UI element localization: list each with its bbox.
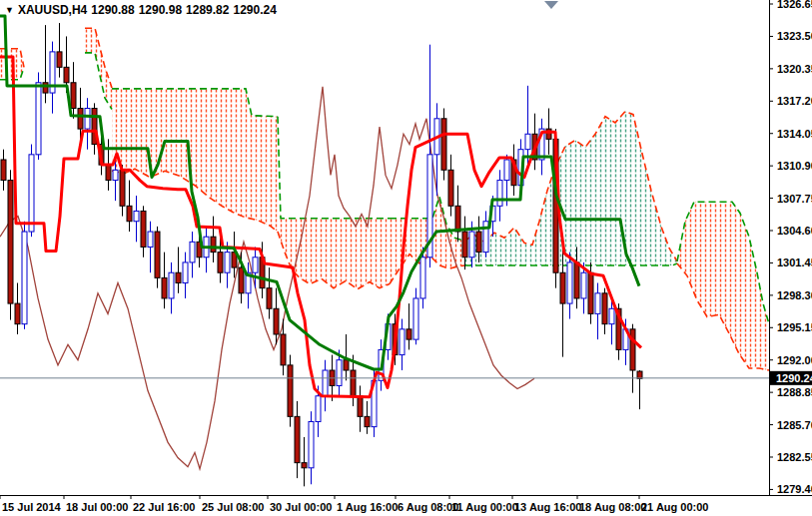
- candle-body: [127, 206, 132, 221]
- candle-body: [106, 165, 111, 180]
- candle-body: [567, 262, 572, 303]
- price-axis[interactable]: 1326.651323.501320.351317.201314.051310.…: [769, 0, 812, 495]
- price-axis-label: 1295.15: [777, 321, 812, 333]
- candle-body: [323, 370, 328, 396]
- bear-candle: [267, 267, 272, 318]
- candle-body: [1, 160, 6, 181]
- candle-body: [344, 360, 349, 370]
- bear-candle: [162, 253, 167, 309]
- bear-candle: [441, 109, 446, 181]
- candle-body: [120, 170, 125, 206]
- bull-candle: [169, 262, 174, 313]
- ichimoku-cloud-fill: [464, 112, 677, 265]
- bear-candle: [120, 165, 125, 216]
- time-axis-label: 13 Aug 16:00: [514, 501, 581, 513]
- price-axis-label: 1326.65: [777, 0, 812, 10]
- chart-canvas[interactable]: 1326.651323.501320.351317.201314.051310.…: [0, 0, 812, 516]
- plot-area[interactable]: [0, 16, 769, 486]
- bear-candle: [288, 355, 293, 427]
- bull-candle: [539, 119, 544, 176]
- ichimoku-cloud-fill: [278, 117, 390, 289]
- time-axis-label: 25 Jul 08:00: [202, 501, 264, 513]
- price-axis-label: 1282.55: [777, 451, 812, 463]
- price-axis-label: 1292.00: [777, 354, 812, 366]
- candle-body: [29, 155, 34, 232]
- price-axis-label: 1301.45: [777, 257, 812, 268]
- candle-body: [637, 371, 642, 378]
- candle-body: [462, 232, 467, 258]
- bull-candle: [427, 45, 432, 267]
- price-axis-label: 1320.35: [777, 63, 812, 75]
- candle-body: [15, 303, 20, 324]
- price-axis-label: 1279.40: [777, 483, 812, 495]
- bear-candle: [302, 437, 307, 486]
- candle-body: [630, 329, 635, 370]
- candle-body: [176, 272, 181, 282]
- bear-candle: [455, 186, 460, 243]
- price-tag-text: 1290.24: [776, 372, 812, 384]
- bull-candle: [246, 262, 251, 308]
- candle-body: [497, 181, 502, 207]
- bear-candle: [295, 401, 300, 478]
- candle-body: [169, 272, 174, 298]
- candle-body: [365, 416, 370, 426]
- candle-body: [148, 232, 153, 247]
- quote-symbol: XAUUSD,H4: [18, 3, 87, 17]
- candle-body: [218, 253, 223, 273]
- candle-body: [190, 242, 195, 262]
- candle-body: [71, 83, 76, 109]
- candle-body: [420, 258, 425, 298]
- bear-candle: [630, 324, 635, 393]
- time-axis-label: 22 Jul 16:00: [133, 501, 195, 513]
- bear-candle: [211, 217, 216, 262]
- chart-shift-arrow-icon[interactable]: [544, 1, 558, 9]
- bear-candle: [406, 303, 411, 349]
- candle-body: [448, 170, 453, 206]
- candle-body: [295, 416, 300, 462]
- bull-candle: [190, 232, 195, 277]
- app-window: ▼XAUUSD,H41290.881290.981289.821290.24 1…: [0, 0, 812, 516]
- candle-body: [609, 308, 614, 323]
- candle-body: [78, 109, 83, 130]
- bull-candle: [323, 360, 328, 411]
- quote-low: 1289.82: [186, 3, 229, 17]
- quote-open: 1290.88: [91, 3, 134, 17]
- candle-body: [574, 262, 579, 298]
- bear-candle: [141, 206, 146, 257]
- candle-body: [309, 421, 314, 467]
- candle-body: [274, 308, 279, 334]
- candle-body: [483, 222, 488, 253]
- candle-body: [43, 83, 48, 93]
- candle-body: [155, 232, 160, 277]
- bull-candle: [85, 98, 90, 149]
- candle-body: [406, 329, 411, 339]
- candle-body: [400, 329, 405, 355]
- time-axis-label: 18 Aug 08:00: [579, 501, 646, 513]
- current-price-tag: 1290.24: [770, 371, 812, 385]
- price-axis-label: 1314.05: [777, 128, 812, 140]
- bull-candle: [525, 86, 530, 165]
- kijun-sen-line: [0, 16, 639, 369]
- bear-candle: [274, 288, 279, 345]
- bull-candle: [595, 283, 600, 340]
- candle-body: [288, 365, 293, 416]
- bear-candle: [15, 283, 20, 334]
- candle-body: [225, 253, 230, 273]
- bull-candle: [567, 253, 572, 319]
- price-axis-label: 1285.70: [777, 419, 812, 431]
- candle-body: [183, 262, 188, 283]
- bull-candle: [204, 227, 209, 272]
- time-axis-label: 30 Jul 00:00: [270, 501, 332, 513]
- bear-candle: [176, 247, 181, 292]
- bear-candle: [358, 385, 363, 431]
- bear-candle: [637, 370, 642, 409]
- bear-candle: [92, 103, 97, 154]
- symbol-dropdown-icon[interactable]: ▼: [5, 5, 14, 15]
- time-axis-label: 21 Aug 00:00: [641, 501, 708, 513]
- time-axis[interactable]: 15 Jul 201418 Jul 00:0022 Jul 16:0025 Ju…: [0, 495, 708, 513]
- bull-candle: [50, 42, 55, 114]
- candle-body: [85, 109, 90, 130]
- candle-body: [22, 232, 27, 324]
- candle-body: [253, 258, 258, 272]
- bull-candle: [148, 222, 153, 272]
